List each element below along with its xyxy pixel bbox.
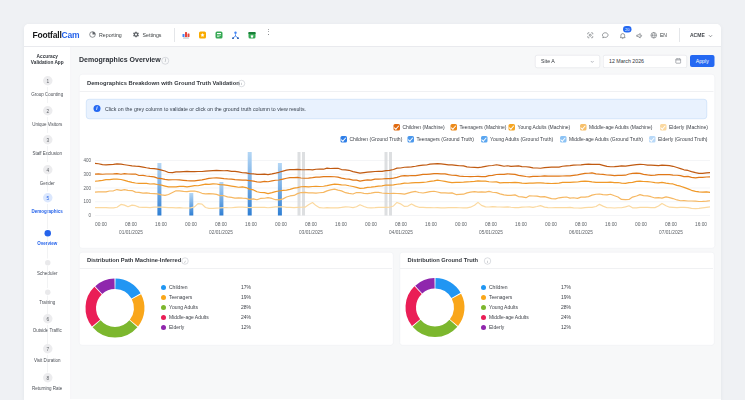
svg-text:00:00: 00:00 bbox=[275, 222, 287, 227]
svg-text:05/01/2025: 05/01/2025 bbox=[479, 230, 503, 235]
svg-text:16:00: 16:00 bbox=[155, 222, 167, 227]
svg-text:400: 400 bbox=[83, 158, 91, 163]
svg-text:08:00: 08:00 bbox=[485, 222, 497, 227]
svg-text:04/01/2025: 04/01/2025 bbox=[389, 230, 413, 235]
svg-text:08:00: 08:00 bbox=[125, 222, 137, 227]
svg-text:01/01/2025: 01/01/2025 bbox=[119, 230, 143, 235]
svg-text:00:00: 00:00 bbox=[635, 222, 647, 227]
svg-text:16:00: 16:00 bbox=[335, 222, 347, 227]
svg-text:08:00: 08:00 bbox=[395, 222, 407, 227]
svg-text:100: 100 bbox=[83, 199, 91, 204]
svg-text:200: 200 bbox=[83, 186, 91, 191]
svg-text:03/01/2025: 03/01/2025 bbox=[299, 230, 323, 235]
svg-text:0: 0 bbox=[88, 213, 91, 218]
svg-text:16:00: 16:00 bbox=[425, 222, 437, 227]
svg-text:02/01/2025: 02/01/2025 bbox=[209, 230, 233, 235]
svg-text:08:00: 08:00 bbox=[575, 222, 587, 227]
svg-text:07/01/2025: 07/01/2025 bbox=[659, 230, 683, 235]
svg-text:00:00: 00:00 bbox=[545, 222, 557, 227]
svg-text:00:00: 00:00 bbox=[455, 222, 467, 227]
svg-text:16:00: 16:00 bbox=[605, 222, 617, 227]
svg-text:00:00: 00:00 bbox=[365, 222, 377, 227]
svg-text:16:00: 16:00 bbox=[245, 222, 257, 227]
svg-text:300: 300 bbox=[83, 172, 91, 177]
svg-text:08:00: 08:00 bbox=[665, 222, 677, 227]
svg-text:00:00: 00:00 bbox=[185, 222, 197, 227]
svg-text:16:00: 16:00 bbox=[515, 222, 527, 227]
svg-text:16:00: 16:00 bbox=[695, 222, 707, 227]
svg-text:08:00: 08:00 bbox=[305, 222, 317, 227]
svg-text:00:00: 00:00 bbox=[95, 222, 107, 227]
svg-text:08:00: 08:00 bbox=[215, 222, 227, 227]
svg-text:06/01/2025: 06/01/2025 bbox=[569, 230, 593, 235]
